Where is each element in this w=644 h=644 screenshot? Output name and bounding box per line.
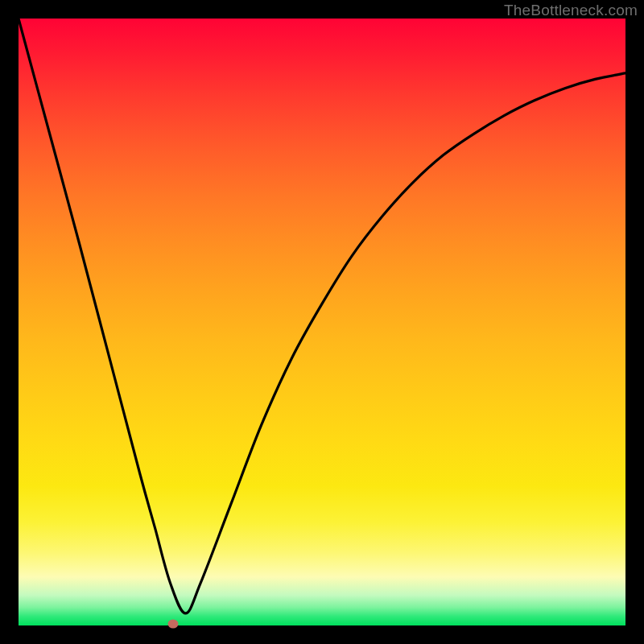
watermark-text: TheBottleneck.com bbox=[504, 2, 638, 19]
bottleneck-curve bbox=[19, 19, 625, 625]
minimum-marker bbox=[168, 620, 179, 629]
chart-frame: { "watermark": "TheBottleneck.com", "col… bbox=[0, 0, 644, 644]
curve-path bbox=[19, 19, 625, 613]
plot-area bbox=[19, 19, 625, 625]
